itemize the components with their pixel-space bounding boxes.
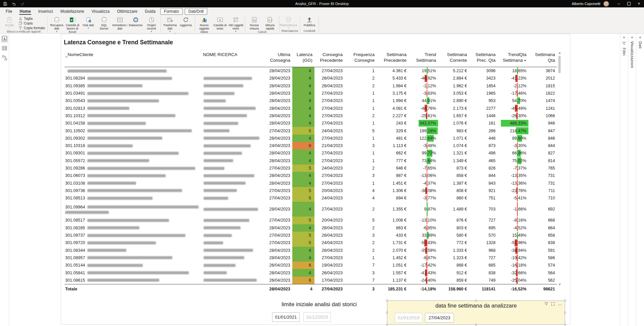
ribbon-button-riservatezza[interactable]: Riservatezza▾ — [281, 15, 296, 29]
selection-handle[interactable] — [564, 299, 566, 301]
selection-handle[interactable] — [475, 324, 477, 326]
ribbon-button-sql-server[interactable]: SQL Server — [96, 15, 112, 30]
table-row[interactable]: 301.0584128/04/2023426/04/202331.557 €-4… — [65, 269, 557, 276]
ribbon-button-misura-rapida[interactable]: Misura rapida — [262, 15, 278, 30]
table-row[interactable]: 301.0281328/04/2023427/04/202314.081 €-4… — [65, 104, 557, 112]
ribbon-button-cartella-di-lavoro-di-excel[interactable]: XCartella di lavoro di Excel — [65, 15, 80, 34]
table-row[interactable]: 301.0930228/04/2023427/04/20231481 €122,… — [65, 135, 557, 142]
ribbon-button-copia-formato[interactable]: Copia formato — [17, 26, 46, 30]
ribbon-button-copia[interactable]: Copia — [17, 21, 46, 25]
tab-file[interactable]: File — [2, 8, 16, 15]
ribbon-button-trasforma-dati[interactable]: Trasforma dati▾ — [162, 15, 178, 33]
save-icon[interactable] — [3, 2, 7, 6]
column-header-settimana-prec-qta[interactable]: Settimana Prec. Qta — [469, 52, 498, 63]
close-button[interactable]: × — [634, 0, 644, 7]
ribbon-button-recupera-dati[interactable]: Recupera dati▾ — [49, 15, 65, 33]
table-row[interactable]: 301.0557228/04/2023427/04/20231777 €73,6… — [65, 157, 557, 165]
table-row[interactable]: 301.1031824/04/2023821/04/202331.113 €-3… — [65, 142, 557, 149]
selection-handle[interactable] — [386, 324, 388, 326]
table-row[interactable]: 301.0828528/04/2023426/04/20232863 €-6,8… — [65, 224, 557, 232]
table-row[interactable]: 301.0354328/04/2023427/04/202311.994 €44… — [65, 97, 557, 104]
column-header-trend-settimana[interactable]: Trend Settimana — [409, 52, 438, 63]
scroll-down-icon[interactable] — [558, 284, 561, 285]
slicer-selected[interactable]: … data fine settimana da analizzare 01/0… — [387, 300, 565, 325]
column-header-trendqta-settimana[interactable]: TrendQta Settimana▼ — [498, 52, 528, 63]
sidebar-item-model-view[interactable] — [1, 55, 8, 62]
tab-home[interactable]: Home — [16, 8, 34, 15]
panel-strip-dati[interactable]: «Dati — [636, 34, 644, 326]
tab-visualizza[interactable]: Visualizza — [88, 8, 113, 15]
ribbon-button-taglia[interactable]: Taglia — [17, 16, 46, 20]
table-row[interactable]: 301.0930128/04/2023427/04/20231662 €99,7… — [65, 149, 557, 157]
scroll-up-icon[interactable] — [558, 52, 561, 54]
table-row[interactable]: 301.0928627/04/2023524/04/20232946 €-7,6… — [65, 165, 557, 172]
date-input-end-right[interactable]: 27/04/2023 — [425, 313, 454, 323]
table-row[interactable]: 301.0851327/04/2023524/04/20234894 €-3,7… — [65, 194, 557, 202]
collapse-chevron-icon[interactable]: « — [623, 35, 625, 39]
panel-strip-visualizzazioni[interactable]: «Visualizzazioni — [628, 34, 636, 326]
sidebar-item-data-view[interactable] — [1, 45, 8, 52]
ribbon-button-altri-oggetti-visivi[interactable]: Altri oggetti visivi▾ — [228, 15, 244, 33]
ribbon-button-origini-recenti[interactable]: Origini recenti▾ — [144, 15, 159, 33]
table-row[interactable]: 301.0973727/04/2023526/04/20233433 €33,9… — [65, 232, 557, 239]
table-row[interactable]: 301.0973627/04/2023520/04/202341.306 €-3… — [65, 187, 557, 194]
ribbon-button-nuovo-oggetto-visivo[interactable]: Nuovo oggetto visivo — [197, 15, 212, 34]
ribbon-button-casella-di-testo[interactable]: ACasella di testo — [212, 15, 228, 30]
panel-strip-filtri[interactable]: «Filtri — [620, 34, 628, 326]
ribbon-button-aggiorna[interactable]: Aggiorna — [178, 15, 194, 27]
table-row[interactable]: 301.0349128/04/2023427/04/202313.175 €-3… — [65, 90, 557, 97]
table-row[interactable]: 301.0851727/04/2023520/04/202351.008 €-1… — [65, 217, 557, 224]
collapse-chevron-icon[interactable]: « — [631, 35, 633, 39]
table-row[interactable]: 301.0828428/04/2023426/04/202325.433 €-4… — [65, 75, 557, 82]
column-header-consegna-precedente[interactable]: Consegna Precedente — [314, 52, 345, 63]
selection-handle[interactable] — [564, 312, 566, 314]
table-row[interactable]: 301.0415828/04/2023427/04/20231243 €343,… — [65, 120, 557, 127]
table-row[interactable]: 301.0938528/04/2023426/04/202321.984 €-1… — [65, 82, 557, 90]
table-row[interactable]: 301.0834428/04/2023426/04/202322.070 €-3… — [65, 247, 557, 254]
scrollbar-thumb[interactable] — [558, 56, 561, 73]
tab-ottimizzare[interactable]: Ottimizzare — [113, 8, 141, 15]
date-input-end-left[interactable]: 31/12/2023 — [303, 312, 331, 322]
tab-formato[interactable]: Formato — [160, 8, 183, 15]
selection-handle[interactable] — [386, 299, 388, 301]
table-visual[interactable]: _NomeClienteNOME RICERCAUltima ConsegnaL… — [65, 50, 557, 293]
ribbon-button-incolla[interactable]: Incolla▾ — [2, 15, 17, 29]
tab-guida[interactable]: Guida — [141, 8, 159, 15]
tab-inserisci[interactable]: Inserisci — [35, 8, 57, 15]
redo-icon[interactable] — [20, 2, 25, 6]
ribbon-button-hub-dati[interactable]: Hub dati▾ — [81, 15, 96, 29]
column-header-settimana-precedente[interactable]: Settimana Precedente — [377, 52, 409, 63]
collapse-chevron-icon[interactable]: « — [639, 35, 641, 39]
date-input-start-right[interactable]: 01/01/2019 — [395, 313, 422, 323]
avatar[interactable] — [603, 1, 609, 7]
maximize-button[interactable] — [624, 0, 634, 7]
ribbon-button-nuova-misura[interactable]: Nuova misura — [247, 15, 262, 30]
minimize-button[interactable]: – — [614, 0, 624, 7]
table-row[interactable]: 301.1031228/04/2023427/04/202322.227 €-2… — [65, 112, 557, 120]
ribbon-button-dataverse[interactable]: Dataverse — [128, 15, 143, 27]
selection-handle[interactable] — [564, 324, 566, 326]
undo-icon[interactable] — [12, 2, 16, 6]
table-row[interactable]: 301.0996428/04/2023427/04/202321.355 €9,… — [65, 202, 557, 217]
column-header-nomecliente[interactable]: _NomeCliente — [65, 52, 202, 63]
table-row[interactable]: 28/04/2023427/04/202314.361 €19,51%5.212… — [65, 67, 557, 75]
column-header-latenza-gg[interactable]: Latenza (GG) — [292, 52, 314, 63]
table-row[interactable]: 301.0861526/04/2023617/04/202371.137 €-2… — [65, 277, 557, 284]
selection-handle[interactable] — [475, 299, 477, 301]
table-row[interactable]: 301.0607328/04/2023427/04/20233987 €-13,… — [65, 172, 557, 179]
table-row[interactable]: 301.0310828/04/2023427/04/202311.451 €-4… — [65, 179, 557, 187]
table-row[interactable]: 301.0514426/04/2023619/04/202371.051 €-1… — [65, 262, 557, 269]
tab-dati-drill[interactable]: Dati/Drill — [185, 8, 207, 15]
column-header-frequenza-consegne[interactable]: Frequenza Consegne — [345, 52, 377, 63]
ribbon-button-pubblica[interactable]: Pubblica — [302, 15, 317, 27]
sidebar-item-report-view[interactable] — [1, 36, 8, 43]
tab-modellazione[interactable]: Modellazione — [57, 8, 88, 15]
account-name[interactable]: Alberto Caponetti — [572, 2, 600, 6]
column-header-ultima-consegna[interactable]: Ultima Consegna — [264, 52, 292, 63]
table-row[interactable]: 301.1050227/04/2023524/04/20235329 €199,… — [65, 127, 557, 134]
column-header-nome-ricerca[interactable]: NOME RICERCA — [202, 52, 264, 63]
table-row[interactable]: 301.0972027/04/2023524/04/202321.731 €-5… — [65, 239, 557, 246]
ribbon-button-immettere-i-dati[interactable]: Immettere i dati — [112, 15, 128, 30]
table-scrollbar[interactable] — [558, 52, 561, 285]
table-row[interactable]: 301.0895728/04/2023427/04/202311.452 €-8… — [65, 254, 557, 262]
